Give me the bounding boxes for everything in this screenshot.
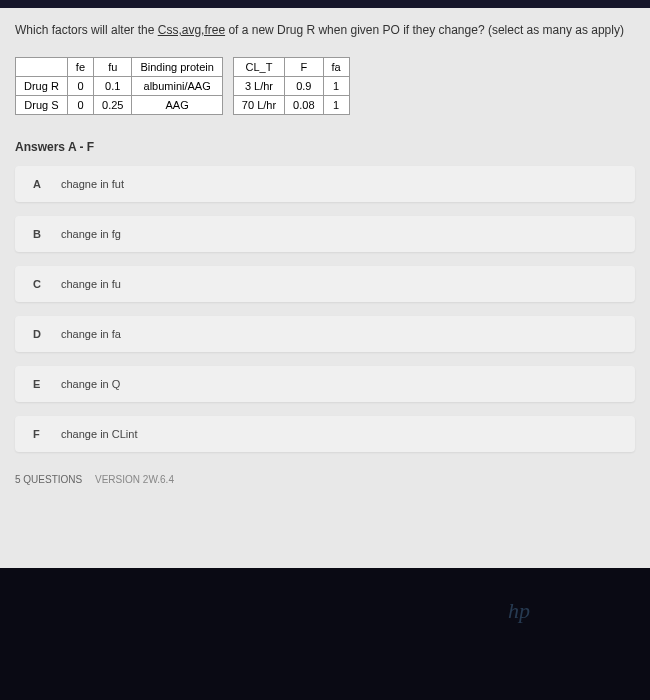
answer-text: change in fg <box>61 228 121 240</box>
table-header: F <box>285 58 323 77</box>
questions-count: 5 QUESTIONS <box>15 474 82 485</box>
answer-option-e[interactable]: E change in Q <box>15 366 635 402</box>
table-cell: 0.08 <box>285 96 323 115</box>
table-cell: Drug S <box>16 96 68 115</box>
table-row: 70 L/hr 0.08 1 <box>233 96 349 115</box>
table-cell: 0 <box>67 96 93 115</box>
table-cell: AAG <box>132 96 222 115</box>
version-label: VERSION 2W.6.4 <box>95 474 174 485</box>
table-header: Binding protein <box>132 58 222 77</box>
table-row: 3 L/hr 0.9 1 <box>233 77 349 96</box>
table-row: fe fu Binding protein <box>16 58 223 77</box>
question-text: Which factors will alter the Css,avg,fre… <box>15 18 635 42</box>
table-row: Drug R 0 0.1 albumini/AAG <box>16 77 223 96</box>
table-cell: 0.9 <box>285 77 323 96</box>
answer-option-f[interactable]: F change in CLint <box>15 416 635 452</box>
table-header: fu <box>94 58 132 77</box>
answer-option-b[interactable]: B change in fg <box>15 216 635 252</box>
hp-logo: hp <box>508 598 530 624</box>
answer-letter: C <box>33 278 47 290</box>
question-prefix: Which factors will alter the <box>15 23 158 37</box>
table-header: fa <box>323 58 349 77</box>
answer-text: change in CLint <box>61 428 137 440</box>
answer-option-d[interactable]: D change in fa <box>15 316 635 352</box>
table-cell: 0.1 <box>94 77 132 96</box>
question-suffix: of a new Drug R when given PO if they ch… <box>225 23 624 37</box>
footer-bar: 5 QUESTIONS VERSION 2W.6.4 <box>15 466 635 485</box>
drug-table-1: fe fu Binding protein Drug R 0 0.1 album… <box>15 57 223 115</box>
table-cell: 0.25 <box>94 96 132 115</box>
table-header: CL_T <box>233 58 284 77</box>
table-cell: Drug R <box>16 77 68 96</box>
answer-text: change in fa <box>61 328 121 340</box>
tables-row: fe fu Binding protein Drug R 0 0.1 album… <box>15 57 635 115</box>
top-dark-bar <box>0 0 650 8</box>
answer-letter: E <box>33 378 47 390</box>
table-header: fe <box>67 58 93 77</box>
quiz-viewport: Which factors will alter the Css,avg,fre… <box>0 8 650 568</box>
answer-option-a[interactable]: A chagne in fut <box>15 166 635 202</box>
table-cell: albumini/AAG <box>132 77 222 96</box>
answer-text: chagne in fut <box>61 178 124 190</box>
answer-letter: B <box>33 228 47 240</box>
answer-text: change in fu <box>61 278 121 290</box>
answer-letter: A <box>33 178 47 190</box>
answer-letter: D <box>33 328 47 340</box>
table-cell: 0 <box>67 77 93 96</box>
table-cell: 70 L/hr <box>233 96 284 115</box>
table-cell: 1 <box>323 96 349 115</box>
table-cell: 1 <box>323 77 349 96</box>
table-header <box>16 58 68 77</box>
answer-letter: F <box>33 428 47 440</box>
drug-table-2: CL_T F fa 3 L/hr 0.9 1 70 L/hr 0.08 1 <box>233 57 350 115</box>
table-cell: 3 L/hr <box>233 77 284 96</box>
question-underlined: Css,avg,free <box>158 23 225 37</box>
table-row: Drug S 0 0.25 AAG <box>16 96 223 115</box>
answers-header: Answers A - F <box>15 140 635 154</box>
answer-text: change in Q <box>61 378 120 390</box>
laptop-bezel: hp <box>0 568 650 700</box>
table-row: CL_T F fa <box>233 58 349 77</box>
answer-option-c[interactable]: C change in fu <box>15 266 635 302</box>
